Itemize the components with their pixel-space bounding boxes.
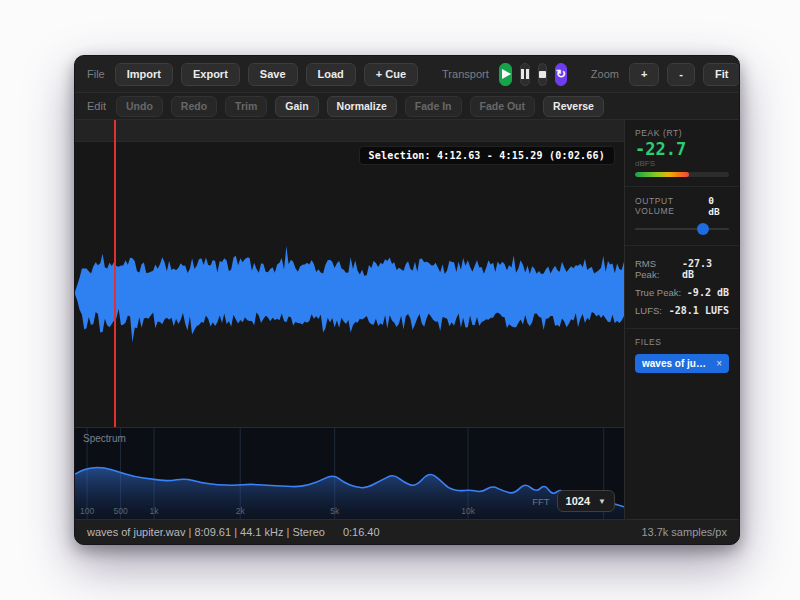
edit-group-label: Edit [87, 100, 106, 112]
file-button-save[interactable]: Save [248, 63, 298, 86]
stop-button[interactable] [538, 63, 547, 86]
play-button[interactable] [499, 63, 512, 86]
loudness-stats-section: RMS Peak:-27.3 dBTrue Peak:-9.2 dBLUFS:-… [625, 246, 739, 329]
output-volume-slider[interactable] [635, 222, 729, 236]
file-chip[interactable]: waves of jupiter...× [635, 354, 729, 373]
waveform-shape [75, 246, 624, 343]
edit-button-redo[interactable]: Redo [171, 96, 217, 117]
fft-label: FFT [532, 496, 549, 507]
stat-label: LUFS: [635, 305, 662, 316]
loop-button[interactable]: ↻ [555, 63, 567, 86]
peak-meter-fill [635, 172, 689, 177]
timeline-ruler[interactable] [75, 120, 624, 142]
zoom-button-[interactable]: + [629, 63, 659, 86]
selection-info-badge: Selection: 4:12.63 - 4:15.29 (0:02.66) [359, 146, 615, 165]
file-buttons: ImportExportSaveLoad+ Cue [115, 63, 418, 86]
peak-label: PEAK (RT) [635, 128, 729, 138]
edit-button-gain[interactable]: Gain [275, 96, 318, 117]
content-area: Selection: 4:12.63 - 4:15.29 (0:02.66) S… [75, 120, 739, 519]
peak-meter-track [635, 172, 729, 177]
output-volume-value: 0 dB [708, 195, 729, 217]
zoom-buttons: +-Fit [629, 63, 740, 86]
status-cursor-time: 0:16.40 [343, 526, 380, 538]
output-volume-label: OUTPUT VOLUME [635, 196, 708, 216]
status-file-info: waves of jupiter.wav | 8:09.61 | 44.1 kH… [87, 526, 325, 538]
stat-row-rms-peak: RMS Peak:-27.3 dB [635, 254, 729, 283]
main-toolbar: File ImportExportSaveLoad+ Cue Transport… [75, 56, 739, 93]
stat-value: -9.2 dB [687, 287, 729, 298]
fft-size-select[interactable]: 1024 ▼ [557, 490, 615, 512]
audio-editor-window: File ImportExportSaveLoad+ Cue Transport… [74, 55, 740, 545]
stat-value: -28.1 LUFS [669, 305, 729, 316]
output-volume-section: OUTPUT VOLUME 0 dB [625, 187, 739, 246]
stop-icon [539, 71, 546, 78]
playhead-cursor[interactable] [114, 120, 116, 427]
edit-button-trim[interactable]: Trim [225, 96, 267, 117]
frequency-tick-label: 500 [113, 506, 127, 516]
frequency-tick-label: 1k [150, 506, 159, 516]
zoom-group-label: Zoom [591, 68, 619, 80]
stat-label: True Peak: [635, 287, 681, 298]
edit-button-fade-in[interactable]: Fade In [405, 96, 462, 117]
waveform-graphic [75, 142, 624, 427]
stat-row-true-peak: True Peak:-9.2 dB [635, 283, 729, 301]
file-button-import[interactable]: Import [115, 63, 173, 86]
frequency-tick-label: 2k [236, 506, 245, 516]
edit-button-normalize[interactable]: Normalize [327, 96, 397, 117]
spectrum-panel: Spectrum 1005001k2k5k10k FFT 1024 ▼ [75, 427, 624, 519]
close-icon[interactable]: × [716, 358, 722, 369]
file-group-label: File [87, 68, 105, 80]
file-button-load[interactable]: Load [306, 63, 356, 86]
waveform-view[interactable]: Selection: 4:12.63 - 4:15.29 (0:02.66) [75, 120, 624, 427]
files-section: FILES waves of jupiter...× [625, 329, 739, 382]
zoom-button-[interactable]: - [667, 63, 695, 86]
stat-label: RMS Peak: [635, 258, 682, 280]
fft-control: FFT 1024 ▼ [532, 490, 615, 512]
file-chip-name: waves of jupiter... [642, 358, 710, 369]
status-samples-per-px: 13.7k samples/px [641, 526, 727, 538]
waveform-canvas[interactable] [75, 142, 624, 427]
volume-slider-track [635, 228, 729, 230]
stat-value: -27.3 dB [682, 258, 729, 280]
zoom-button-fit[interactable]: Fit [703, 63, 740, 86]
chevron-down-icon: ▼ [598, 497, 606, 506]
frequency-tick-label: 10k [461, 506, 475, 516]
frequency-tick-label: 100 [80, 506, 94, 516]
pause-button[interactable] [520, 63, 530, 86]
file-button-cue[interactable]: + Cue [364, 63, 418, 86]
edit-toolbar: Edit UndoRedoTrimGainNormalizeFade InFad… [75, 93, 739, 120]
files-label: FILES [635, 337, 729, 347]
edit-button-reverse[interactable]: Reverse [543, 96, 604, 117]
main-panel: Selection: 4:12.63 - 4:15.29 (0:02.66) S… [75, 120, 624, 519]
frequency-tick-label: 5k [330, 506, 339, 516]
spectrum-title: Spectrum [83, 433, 126, 444]
peak-value: -22.7 [635, 139, 729, 159]
status-bar: waves of jupiter.wav | 8:09.61 | 44.1 kH… [75, 519, 739, 544]
volume-slider-handle[interactable] [697, 223, 709, 235]
peak-unit: dBFS [635, 159, 729, 168]
stat-row-lufs: LUFS:-28.1 LUFS [635, 301, 729, 319]
edit-button-fade-out[interactable]: Fade Out [470, 96, 536, 117]
loop-icon: ↻ [556, 68, 566, 80]
files-list: waves of jupiter...× [635, 354, 729, 373]
fft-size-value: 1024 [566, 495, 590, 507]
play-icon [502, 69, 511, 79]
edit-button-undo[interactable]: Undo [116, 96, 163, 117]
file-button-export[interactable]: Export [181, 63, 240, 86]
pause-icon [521, 69, 524, 79]
right-sidebar: PEAK (RT) -22.7 dBFS OUTPUT VOLUME 0 dB … [624, 120, 739, 519]
transport-group-label: Transport [442, 68, 489, 80]
edit-buttons: UndoRedoTrimGainNormalizeFade InFade Out… [116, 96, 604, 117]
peak-meter-section: PEAK (RT) -22.7 dBFS [625, 120, 739, 187]
